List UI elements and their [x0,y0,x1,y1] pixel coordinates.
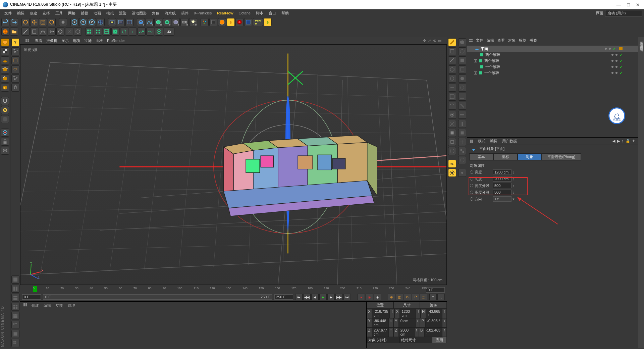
tool-r2-2[interactable] [30,28,38,36]
timeline-range-slider[interactable]: 0 F 250 F [43,294,272,300]
y-axis-button[interactable]: Y [79,18,87,26]
tool-r2-5[interactable] [56,28,64,36]
panel-grip-icon[interactable] [23,303,27,306]
prop-width-input[interactable]: 1200 cm [493,169,512,175]
menu-simulate[interactable]: 模拟 [104,10,116,16]
attr-lock-icon[interactable]: 🔒 [626,139,630,143]
generator-button[interactable] [154,18,162,26]
mograph-spline-button[interactable] [146,28,154,36]
menu-edit[interactable]: 编辑 [15,10,27,16]
cursor2-icon[interactable] [11,74,19,83]
layout-6[interactable] [11,321,19,329]
size-y-input[interactable]: 0 cm [399,318,416,328]
menu-xparticles[interactable]: X-Particles [192,10,214,16]
rt2-7[interactable] [458,93,466,101]
open-button[interactable] [10,28,18,36]
tool-r2-6[interactable] [65,28,73,36]
attr-userdata[interactable]: 用户数据 [502,139,517,144]
vp-menu-display[interactable]: 显示 [61,38,69,43]
tool-r2-7[interactable] [74,28,82,36]
mograph-fx-button[interactable]: .fx [164,28,174,36]
window-maximize[interactable]: □ [627,2,630,7]
attr-nav-back-icon[interactable]: ◀ [612,139,615,143]
point-mode-button[interactable] [1,65,9,73]
coord-mode-select[interactable]: 对象 (相对) [367,337,399,343]
mograph-tracer-button[interactable] [138,28,146,36]
rt2-11[interactable] [458,129,466,137]
coord-system-button[interactable] [97,18,105,26]
next-key-button[interactable]: ▶▶ [335,294,343,300]
spline-button[interactable] [146,18,154,26]
vp-nav-pan-icon[interactable]: ✥ [423,39,426,43]
layout-2[interactable] [11,285,19,293]
next-frame-button[interactable]: ▶ [327,294,335,300]
om-tab-object[interactable]: 对象 [508,38,516,43]
rt-10[interactable] [448,120,456,128]
mograph-text-button[interactable]: T [129,28,137,36]
rt-7[interactable] [448,93,456,101]
recent-tool-button[interactable] [59,18,67,26]
redo-button[interactable] [10,18,18,26]
prop-wseg-input[interactable]: 500 [493,183,512,188]
om-tab-view[interactable]: 查看 [497,38,505,43]
render-view-button[interactable] [108,18,116,26]
menu-pipeline[interactable]: 流水线 [162,10,178,16]
rt2-14[interactable] [458,156,466,164]
quantize-button[interactable]: S [1,106,9,114]
prev-frame-button[interactable]: ◀ [311,294,319,300]
tree-row-plane[interactable]: 平面 ✓ [467,46,638,52]
tree-row[interactable]: + 一个破碎 ✓ [467,70,638,76]
soft-select-button[interactable] [1,129,9,137]
expand-icon[interactable]: + [474,59,477,62]
frame-end-box[interactable]: 250 F [274,294,293,300]
tree-row[interactable]: + 两个破碎 ✓ [467,58,638,64]
goto-start-button[interactable]: ⏮ [295,294,303,300]
rt2-8[interactable] [458,102,466,110]
render-pv-button[interactable] [117,18,125,26]
pos-x-input[interactable]: -216.735 cm [372,309,390,318]
viewport[interactable]: 透视视图 网格间距 : 100 cm [20,44,447,285]
menu-mograph[interactable]: 运动图形 [129,10,149,16]
om-tab-edit[interactable]: 编辑 [487,38,494,43]
rt2-4[interactable] [458,65,466,73]
scale-button[interactable] [39,18,47,26]
om-tab-tags[interactable]: 标签 [519,38,526,43]
attr-tab-coord[interactable]: 坐标 [493,153,518,160]
light-button[interactable] [189,18,197,26]
layout-select[interactable]: 启动 (用户) [605,10,642,16]
rt2-5[interactable] [458,74,466,83]
reset-psr-button[interactable]: =1 [448,160,456,168]
vp-menu-options[interactable]: 选项 [73,38,80,43]
render-settings-button[interactable] [125,18,133,26]
rt2-3[interactable] [458,56,466,64]
prop-height-input[interactable]: 2000 cm [493,176,512,182]
apply-button[interactable]: 应用 [432,337,447,343]
layout-5[interactable] [11,312,19,320]
mograph-instance-button[interactable] [120,28,128,36]
timeline-opts2-button[interactable]: ⋮ [437,294,445,300]
mograph-matrix-button[interactable] [94,28,102,36]
xp-emitter-button[interactable] [209,18,217,26]
menu-window[interactable]: 窗口 [266,10,278,16]
panel-grip-icon[interactable] [469,39,473,42]
menu-octane[interactable]: Octane [236,10,253,16]
x-axis-button[interactable]: X [70,18,78,26]
menu-file[interactable]: 文件 [2,10,14,16]
live-select-button[interactable] [21,18,30,26]
layout-8[interactable] [11,339,19,347]
size-z-input[interactable]: 2000 cm [399,328,414,337]
mograph-cloner-button[interactable] [85,28,93,36]
attr-tab-object[interactable]: 对象 [518,153,542,160]
object-tree[interactable]: 平面 ✓ 两个破碎 ✓ + 两个破碎 ✓ [467,44,638,137]
psr-button[interactable]: PSR0 [253,18,263,26]
attr-tab-phong[interactable]: 平滑着色(Phong) [542,153,581,160]
prev-key-button[interactable]: ◀◀ [303,294,311,300]
layer-button[interactable] [1,147,9,155]
tool-r2-1[interactable] [21,28,30,36]
attr-new-icon[interactable]: ✚ [632,139,635,143]
tool-r2-3[interactable] [39,28,47,36]
autokey-button[interactable]: ◉ [366,294,373,300]
menu-script[interactable]: 脚本 [254,10,266,16]
rt-2[interactable] [448,47,456,55]
octane-button[interactable] [235,18,244,26]
